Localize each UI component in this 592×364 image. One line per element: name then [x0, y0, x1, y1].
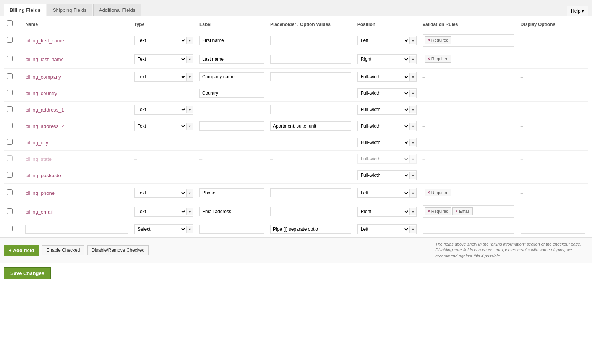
table-row: billing_state–––LeftRightFull-width▾–– [4, 151, 588, 167]
row-checkbox-billing_postcode[interactable] [7, 172, 13, 178]
table-row: billing_postcode–––LeftRightFull-width▾–… [4, 167, 588, 184]
table-row: billing_first_nameTextSelectTextareaPass… [4, 31, 588, 50]
tag-required[interactable]: × Required [425, 189, 452, 196]
row-checkbox-billing_address_1[interactable] [7, 106, 13, 112]
col-header-placeholder: Placeholder / Option Values [267, 16, 354, 31]
tag-required[interactable]: × Required [425, 207, 452, 215]
field-name-billing_phone: billing_phone [25, 190, 55, 196]
field-name-billing_first_name: billing_first_name [25, 38, 64, 44]
col-header-display: Display Options [517, 16, 588, 31]
select-all-checkbox[interactable] [7, 20, 13, 26]
field-name-billing_company: billing_company [25, 74, 61, 80]
table-row: billing_city–––LeftRightFull-width▾–– [4, 134, 588, 151]
col-header-name: Name [22, 16, 131, 31]
table-row: billing_emailTextSelectTextareaPasswordH… [4, 202, 588, 221]
tab-billing[interactable]: Billing Fields [4, 4, 46, 16]
add-field-button[interactable]: + Add field [4, 245, 39, 256]
footer-note: The fields above show in the "billing in… [435, 241, 588, 259]
table-row: billing_companyTextSelectTextareaPasswor… [4, 69, 588, 85]
footer-actions: + Add field Enable Checked Disable/Remov… [0, 237, 592, 263]
row-checkbox-billing_country[interactable] [7, 90, 13, 95]
table-row: billing_address_2TextSelectTextareaPassw… [4, 118, 588, 134]
disable-remove-button[interactable]: Disable/Remove Checked [87, 245, 149, 255]
field-name-billing_state: billing_state [25, 156, 52, 162]
help-button[interactable]: Help ▾ [567, 6, 588, 16]
col-header-position: Position [354, 16, 420, 31]
field-name-billing_address_1: billing_address_1 [25, 107, 64, 113]
field-name-billing_address_2: billing_address_2 [25, 123, 64, 129]
col-header-validation: Validation Rules [420, 16, 517, 31]
table-row: billing_last_nameTextSelectTextareaPassw… [4, 50, 588, 69]
tag-email[interactable]: × Email [452, 207, 473, 215]
table-row: billing_phoneTextSelectTextareaPasswordH… [4, 184, 588, 202]
field-name-billing_last_name: billing_last_name [25, 57, 63, 62]
tag-required[interactable]: × Required [425, 36, 452, 44]
row-checkbox-billing_email[interactable] [7, 208, 13, 214]
row-checkbox-billing_first_name[interactable] [7, 37, 13, 43]
new-row-checkbox[interactable] [7, 226, 13, 231]
row-checkbox-billing_city[interactable] [7, 139, 13, 145]
col-header-type: Type [131, 16, 196, 31]
field-name-billing_city: billing_city [25, 140, 48, 146]
row-checkbox-billing_phone[interactable] [7, 189, 13, 195]
row-checkbox-billing_state[interactable] [7, 155, 13, 161]
save-changes-button[interactable]: Save Changes [4, 267, 51, 279]
row-checkbox-billing_company[interactable] [7, 73, 13, 79]
tab-shipping[interactable]: Shipping Fields [47, 4, 92, 16]
row-checkbox-billing_address_2[interactable] [7, 123, 13, 128]
field-name-billing_country: billing_country [25, 91, 57, 96]
field-name-billing_postcode: billing_postcode [25, 173, 61, 178]
tag-required[interactable]: × Required [425, 55, 452, 63]
table-row: billing_country––LeftRightFull-width▾–– [4, 85, 588, 102]
col-header-label: Label [196, 16, 267, 31]
new-field-row: SelectTextTextareaPasswordHidden▾LeftRig… [4, 221, 588, 238]
enable-checked-button[interactable]: Enable Checked [42, 245, 84, 255]
table-row: billing_address_1TextSelectTextareaPassw… [4, 102, 588, 118]
field-name-billing_email: billing_email [25, 209, 53, 215]
save-bar: Save Changes [0, 263, 592, 284]
tab-additional[interactable]: Additional Fields [93, 4, 141, 16]
row-checkbox-billing_last_name[interactable] [7, 56, 13, 61]
